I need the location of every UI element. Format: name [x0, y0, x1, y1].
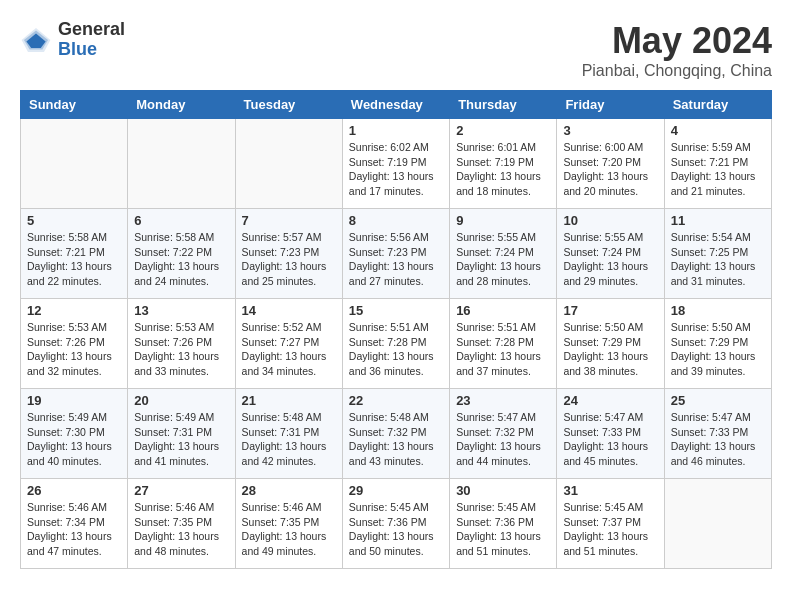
calendar-cell	[21, 119, 128, 209]
day-info: Sunrise: 5:47 AM Sunset: 7:32 PM Dayligh…	[456, 410, 550, 469]
day-info: Sunrise: 5:48 AM Sunset: 7:32 PM Dayligh…	[349, 410, 443, 469]
calendar-cell: 22Sunrise: 5:48 AM Sunset: 7:32 PM Dayli…	[342, 389, 449, 479]
day-info: Sunrise: 5:46 AM Sunset: 7:34 PM Dayligh…	[27, 500, 121, 559]
calendar-cell: 23Sunrise: 5:47 AM Sunset: 7:32 PM Dayli…	[450, 389, 557, 479]
calendar-cell: 31Sunrise: 5:45 AM Sunset: 7:37 PM Dayli…	[557, 479, 664, 569]
calendar-cell	[235, 119, 342, 209]
month-title: May 2024	[582, 20, 772, 62]
calendar-cell: 29Sunrise: 5:45 AM Sunset: 7:36 PM Dayli…	[342, 479, 449, 569]
logo-text: General Blue	[58, 20, 125, 60]
day-info: Sunrise: 5:48 AM Sunset: 7:31 PM Dayligh…	[242, 410, 336, 469]
day-number: 7	[242, 213, 336, 228]
day-info: Sunrise: 5:50 AM Sunset: 7:29 PM Dayligh…	[671, 320, 765, 379]
day-number: 19	[27, 393, 121, 408]
calendar-table: SundayMondayTuesdayWednesdayThursdayFrid…	[20, 90, 772, 569]
calendar-cell: 8Sunrise: 5:56 AM Sunset: 7:23 PM Daylig…	[342, 209, 449, 299]
day-number: 3	[563, 123, 657, 138]
calendar-cell: 5Sunrise: 5:58 AM Sunset: 7:21 PM Daylig…	[21, 209, 128, 299]
day-number: 1	[349, 123, 443, 138]
day-info: Sunrise: 6:02 AM Sunset: 7:19 PM Dayligh…	[349, 140, 443, 199]
day-info: Sunrise: 5:47 AM Sunset: 7:33 PM Dayligh…	[563, 410, 657, 469]
calendar-cell: 27Sunrise: 5:46 AM Sunset: 7:35 PM Dayli…	[128, 479, 235, 569]
logo: General Blue	[20, 20, 125, 60]
day-number: 25	[671, 393, 765, 408]
day-number: 12	[27, 303, 121, 318]
weekday-header-wednesday: Wednesday	[342, 91, 449, 119]
logo-icon	[20, 24, 52, 56]
calendar-cell: 2Sunrise: 6:01 AM Sunset: 7:19 PM Daylig…	[450, 119, 557, 209]
day-number: 30	[456, 483, 550, 498]
day-number: 24	[563, 393, 657, 408]
day-info: Sunrise: 5:53 AM Sunset: 7:26 PM Dayligh…	[134, 320, 228, 379]
day-info: Sunrise: 5:46 AM Sunset: 7:35 PM Dayligh…	[134, 500, 228, 559]
day-info: Sunrise: 5:57 AM Sunset: 7:23 PM Dayligh…	[242, 230, 336, 289]
calendar-week-row: 5Sunrise: 5:58 AM Sunset: 7:21 PM Daylig…	[21, 209, 772, 299]
day-info: Sunrise: 5:50 AM Sunset: 7:29 PM Dayligh…	[563, 320, 657, 379]
day-info: Sunrise: 5:49 AM Sunset: 7:31 PM Dayligh…	[134, 410, 228, 469]
day-number: 27	[134, 483, 228, 498]
calendar-cell: 14Sunrise: 5:52 AM Sunset: 7:27 PM Dayli…	[235, 299, 342, 389]
day-info: Sunrise: 5:46 AM Sunset: 7:35 PM Dayligh…	[242, 500, 336, 559]
day-info: Sunrise: 5:58 AM Sunset: 7:21 PM Dayligh…	[27, 230, 121, 289]
day-number: 20	[134, 393, 228, 408]
calendar-cell: 28Sunrise: 5:46 AM Sunset: 7:35 PM Dayli…	[235, 479, 342, 569]
weekday-header-tuesday: Tuesday	[235, 91, 342, 119]
day-info: Sunrise: 5:54 AM Sunset: 7:25 PM Dayligh…	[671, 230, 765, 289]
day-number: 5	[27, 213, 121, 228]
day-number: 21	[242, 393, 336, 408]
day-info: Sunrise: 5:49 AM Sunset: 7:30 PM Dayligh…	[27, 410, 121, 469]
day-number: 16	[456, 303, 550, 318]
calendar-cell	[128, 119, 235, 209]
calendar-cell: 24Sunrise: 5:47 AM Sunset: 7:33 PM Dayli…	[557, 389, 664, 479]
day-info: Sunrise: 5:58 AM Sunset: 7:22 PM Dayligh…	[134, 230, 228, 289]
weekday-header-sunday: Sunday	[21, 91, 128, 119]
calendar-week-row: 1Sunrise: 6:02 AM Sunset: 7:19 PM Daylig…	[21, 119, 772, 209]
title-block: May 2024 Pianbai, Chongqing, China	[582, 20, 772, 80]
weekday-header-monday: Monday	[128, 91, 235, 119]
calendar-cell: 9Sunrise: 5:55 AM Sunset: 7:24 PM Daylig…	[450, 209, 557, 299]
day-info: Sunrise: 5:45 AM Sunset: 7:36 PM Dayligh…	[349, 500, 443, 559]
day-number: 11	[671, 213, 765, 228]
weekday-header-row: SundayMondayTuesdayWednesdayThursdayFrid…	[21, 91, 772, 119]
calendar-cell: 18Sunrise: 5:50 AM Sunset: 7:29 PM Dayli…	[664, 299, 771, 389]
calendar-cell: 20Sunrise: 5:49 AM Sunset: 7:31 PM Dayli…	[128, 389, 235, 479]
day-number: 14	[242, 303, 336, 318]
calendar-cell: 30Sunrise: 5:45 AM Sunset: 7:36 PM Dayli…	[450, 479, 557, 569]
calendar-cell: 13Sunrise: 5:53 AM Sunset: 7:26 PM Dayli…	[128, 299, 235, 389]
calendar-cell: 7Sunrise: 5:57 AM Sunset: 7:23 PM Daylig…	[235, 209, 342, 299]
day-number: 17	[563, 303, 657, 318]
day-info: Sunrise: 5:51 AM Sunset: 7:28 PM Dayligh…	[456, 320, 550, 379]
calendar-cell: 17Sunrise: 5:50 AM Sunset: 7:29 PM Dayli…	[557, 299, 664, 389]
day-number: 10	[563, 213, 657, 228]
day-number: 18	[671, 303, 765, 318]
day-info: Sunrise: 6:00 AM Sunset: 7:20 PM Dayligh…	[563, 140, 657, 199]
day-info: Sunrise: 5:55 AM Sunset: 7:24 PM Dayligh…	[563, 230, 657, 289]
calendar-cell: 10Sunrise: 5:55 AM Sunset: 7:24 PM Dayli…	[557, 209, 664, 299]
day-number: 22	[349, 393, 443, 408]
day-info: Sunrise: 5:45 AM Sunset: 7:37 PM Dayligh…	[563, 500, 657, 559]
day-number: 6	[134, 213, 228, 228]
day-info: Sunrise: 6:01 AM Sunset: 7:19 PM Dayligh…	[456, 140, 550, 199]
day-number: 4	[671, 123, 765, 138]
calendar-cell: 21Sunrise: 5:48 AM Sunset: 7:31 PM Dayli…	[235, 389, 342, 479]
calendar-cell: 6Sunrise: 5:58 AM Sunset: 7:22 PM Daylig…	[128, 209, 235, 299]
calendar-cell: 26Sunrise: 5:46 AM Sunset: 7:34 PM Dayli…	[21, 479, 128, 569]
calendar-cell	[664, 479, 771, 569]
day-info: Sunrise: 5:56 AM Sunset: 7:23 PM Dayligh…	[349, 230, 443, 289]
calendar-cell: 4Sunrise: 5:59 AM Sunset: 7:21 PM Daylig…	[664, 119, 771, 209]
day-info: Sunrise: 5:55 AM Sunset: 7:24 PM Dayligh…	[456, 230, 550, 289]
calendar-cell: 15Sunrise: 5:51 AM Sunset: 7:28 PM Dayli…	[342, 299, 449, 389]
day-info: Sunrise: 5:47 AM Sunset: 7:33 PM Dayligh…	[671, 410, 765, 469]
day-number: 2	[456, 123, 550, 138]
calendar-week-row: 12Sunrise: 5:53 AM Sunset: 7:26 PM Dayli…	[21, 299, 772, 389]
day-number: 29	[349, 483, 443, 498]
day-number: 13	[134, 303, 228, 318]
page-header: General Blue May 2024 Pianbai, Chongqing…	[20, 20, 772, 80]
location: Pianbai, Chongqing, China	[582, 62, 772, 80]
calendar-cell: 3Sunrise: 6:00 AM Sunset: 7:20 PM Daylig…	[557, 119, 664, 209]
day-number: 8	[349, 213, 443, 228]
day-info: Sunrise: 5:53 AM Sunset: 7:26 PM Dayligh…	[27, 320, 121, 379]
day-number: 31	[563, 483, 657, 498]
calendar-cell: 1Sunrise: 6:02 AM Sunset: 7:19 PM Daylig…	[342, 119, 449, 209]
calendar-week-row: 19Sunrise: 5:49 AM Sunset: 7:30 PM Dayli…	[21, 389, 772, 479]
